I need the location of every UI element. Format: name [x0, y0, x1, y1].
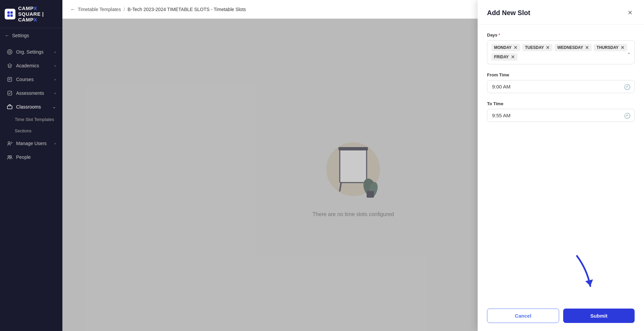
sidebar-item-time-slot-templates[interactable]: Time Slot Templates	[2, 114, 60, 125]
days-form-group: Days * MONDAY ✕ TUESDAY ✕ WEDNESDAY ✕	[487, 32, 635, 64]
chevron-right-icon: ›	[54, 91, 56, 95]
svg-point-9	[8, 142, 10, 144]
required-marker: *	[498, 32, 500, 38]
svg-point-11	[10, 156, 12, 157]
logo: CAMPX SQUARE | CAMPX	[0, 0, 62, 28]
svg-rect-8	[7, 106, 12, 109]
from-time-label: From Time	[487, 72, 635, 77]
sub-item-label: Time Slot Templates	[15, 117, 54, 122]
sidebar-item-academics[interactable]: Academics ›	[2, 59, 60, 72]
day-tag-label: MONDAY	[494, 45, 512, 50]
svg-rect-6	[8, 77, 12, 81]
panel-title: Add New Slot	[487, 9, 530, 17]
svg-rect-0	[7, 11, 10, 14]
add-new-slot-panel: Add New Slot ✕ Days * MONDAY ✕ TUESDAY ✕	[478, 0, 644, 331]
sidebar-item-label: Manage Users	[16, 141, 47, 146]
chevron-right-icon: ›	[54, 64, 56, 68]
chevron-right-icon: ›	[54, 50, 56, 54]
manage-users-icon	[7, 140, 13, 146]
panel-footer: Cancel Submit	[478, 303, 644, 331]
back-to-settings[interactable]: ← Settings	[0, 28, 62, 43]
chevron-right-icon: ›	[54, 77, 56, 81]
sidebar: CAMPX SQUARE | CAMPX ← Settings Org. Set…	[0, 0, 62, 331]
remove-wednesday-button[interactable]: ✕	[585, 45, 589, 50]
remove-tuesday-button[interactable]: ✕	[546, 45, 550, 50]
chevron-right-icon: ›	[54, 141, 56, 145]
sidebar-item-people[interactable]: People	[2, 150, 60, 164]
sidebar-item-label: Assessments	[16, 90, 44, 96]
sidebar-item-label: People	[16, 154, 31, 160]
svg-rect-3	[10, 14, 13, 17]
remove-friday-button[interactable]: ✕	[511, 55, 515, 59]
svg-point-5	[9, 51, 11, 53]
remove-monday-button[interactable]: ✕	[514, 45, 518, 50]
from-time-form-group: From Time 🕘	[487, 72, 635, 93]
svg-point-10	[8, 156, 10, 157]
classrooms-icon	[7, 104, 13, 110]
breadcrumb-current: B-Tech 2023-2024 TIMETABLE SLOTS - Timet…	[127, 7, 246, 12]
cancel-button[interactable]: Cancel	[487, 309, 559, 323]
sidebar-item-classrooms[interactable]: Classrooms ⌄	[2, 100, 60, 114]
panel-header: Add New Slot ✕	[478, 0, 644, 24]
courses-icon	[7, 76, 13, 82]
to-time-label: To Time	[487, 101, 635, 106]
sub-item-label: Sections	[15, 128, 32, 133]
sidebar-item-manage-users[interactable]: Manage Users ›	[2, 137, 60, 150]
breadcrumb-back-arrow[interactable]: ←	[70, 7, 75, 12]
day-tag-label: FRIDAY	[494, 55, 509, 59]
sidebar-item-courses[interactable]: Courses ›	[2, 73, 60, 86]
panel-body: Days * MONDAY ✕ TUESDAY ✕ WEDNESDAY ✕	[478, 24, 644, 303]
org-settings-icon	[7, 49, 13, 55]
academics-icon	[7, 63, 13, 69]
svg-point-4	[7, 50, 12, 54]
breadcrumb-parent[interactable]: Timetable Templates	[78, 7, 121, 12]
people-icon	[7, 154, 13, 160]
sidebar-item-label: Academics	[16, 63, 39, 68]
day-tag-label: WEDNESDAY	[557, 45, 583, 50]
logo-text: CAMPX SQUARE | CAMPX	[18, 5, 58, 22]
close-button[interactable]: ✕	[625, 8, 635, 17]
logo-icon	[5, 9, 15, 19]
sidebar-item-assessments[interactable]: Assessments ›	[2, 86, 60, 100]
sidebar-nav: Org. Settings › Academics › Courses › As…	[0, 43, 62, 331]
chevron-down-icon: ⌄	[53, 105, 56, 109]
breadcrumb-separator: /	[123, 7, 125, 12]
sidebar-item-sections[interactable]: Sections	[2, 125, 60, 136]
submit-button[interactable]: Submit	[563, 309, 635, 323]
assessments-icon	[7, 90, 13, 96]
to-time-form-group: To Time 🕘	[487, 101, 635, 122]
to-time-input-wrap: 🕘	[487, 109, 635, 122]
day-tag-thursday: THURSDAY ✕	[594, 44, 627, 51]
main-content: ← Timetable Templates / B-Tech 2023-2024…	[62, 0, 644, 331]
day-tag-tuesday: TUESDAY ✕	[522, 44, 552, 51]
back-label: Settings	[12, 33, 29, 38]
days-container[interactable]: MONDAY ✕ TUESDAY ✕ WEDNESDAY ✕ THURSDAY …	[487, 40, 635, 64]
day-tag-wednesday: WEDNESDAY ✕	[554, 44, 592, 51]
svg-rect-1	[10, 11, 13, 14]
day-tag-label: THURSDAY	[596, 45, 619, 50]
day-tag-monday: MONDAY ✕	[491, 44, 520, 51]
to-time-input[interactable]	[487, 109, 635, 122]
back-arrow-icon: ←	[5, 33, 9, 38]
day-tag-label: TUESDAY	[525, 45, 544, 50]
sidebar-item-label: Classrooms	[16, 104, 41, 110]
sidebar-item-org-settings[interactable]: Org. Settings ›	[2, 45, 60, 59]
from-time-input[interactable]	[487, 80, 635, 93]
sidebar-item-label: Courses	[16, 77, 34, 82]
breadcrumb: ← Timetable Templates / B-Tech 2023-2024…	[70, 7, 246, 12]
sidebar-item-label: Org. Settings	[16, 49, 44, 55]
svg-rect-2	[7, 14, 10, 17]
days-dropdown-arrow[interactable]: ⌄	[627, 50, 631, 55]
from-time-input-wrap: 🕘	[487, 80, 635, 93]
day-tag-friday: FRIDAY ✕	[491, 53, 518, 61]
days-label: Days *	[487, 32, 635, 38]
remove-thursday-button[interactable]: ✕	[621, 45, 625, 50]
